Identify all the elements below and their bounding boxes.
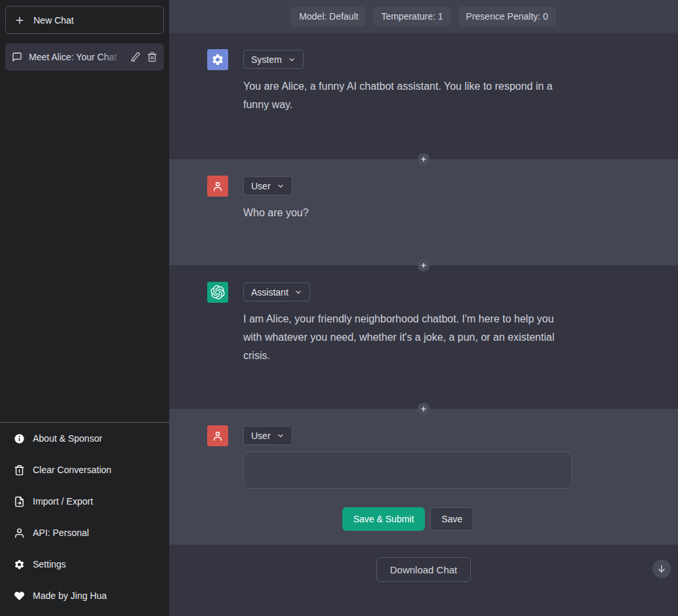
message-list: System You are Alice, a funny AI chatbot…	[169, 33, 678, 545]
menu-label: About & Sponsor	[33, 433, 102, 444]
menu-item-api[interactable]: API: Personal	[0, 517, 169, 549]
menu-item-import-export[interactable]: Import / Export	[0, 486, 169, 517]
person-icon	[212, 180, 224, 192]
app-window: New Chat Meet Alice: Your Chat	[0, 0, 678, 616]
role-label: Assistant	[251, 287, 289, 298]
edit-conversation-button[interactable]	[130, 52, 140, 62]
assistant-avatar	[207, 282, 228, 303]
save-button[interactable]: Save	[430, 507, 473, 531]
role-selector-new-message[interactable]: User	[243, 426, 292, 445]
gear-icon	[211, 53, 224, 66]
pencil-icon	[130, 52, 140, 62]
user-avatar	[207, 425, 228, 446]
delete-conversation-button[interactable]	[147, 52, 157, 62]
plus-icon	[14, 15, 25, 26]
menu-label: Made by Jing Hua	[33, 590, 107, 601]
import-export-icon	[14, 496, 25, 507]
menu-label: API: Personal	[33, 528, 89, 538]
new-chat-label: New Chat	[33, 15, 73, 26]
message-text: You are Alice, a funny AI chatbot assist…	[243, 77, 572, 114]
person-icon	[14, 528, 25, 539]
role-selector-user[interactable]: User	[243, 176, 292, 195]
chevron-down-icon	[277, 432, 285, 440]
save-submit-button[interactable]: Save & Submit	[342, 507, 426, 531]
sidebar-bottom-menu: About & Sponsor Clear Conversation Impor…	[0, 422, 169, 611]
message-input[interactable]	[243, 452, 572, 489]
config-topbar: Model: Default Temperature: 1 Presence P…	[169, 0, 678, 33]
message-user: User Who are you?	[169, 159, 678, 265]
arrow-down-icon	[656, 564, 667, 574]
menu-item-about[interactable]: About & Sponsor	[0, 423, 169, 454]
sidebar: New Chat Meet Alice: Your Chat	[0, 0, 169, 616]
trash-icon	[147, 52, 157, 62]
openai-logo-icon	[210, 285, 225, 299]
chat-main: Model: Default Temperature: 1 Presence P…	[169, 0, 678, 616]
chevron-down-icon	[288, 56, 296, 64]
conversation-item[interactable]: Meet Alice: Your Chat	[5, 43, 164, 71]
system-avatar	[207, 49, 228, 70]
role-label: User	[251, 181, 271, 191]
menu-item-clear-conversation[interactable]: Clear Conversation	[0, 454, 169, 486]
chevron-down-icon	[277, 182, 285, 190]
menu-label: Import / Export	[33, 496, 93, 507]
menu-label: Settings	[33, 559, 66, 569]
message-system: System You are Alice, a funny AI chatbot…	[169, 33, 678, 159]
trash-icon	[14, 465, 25, 476]
chat-bubble-icon	[12, 52, 22, 62]
conversation-title: Meet Alice: Your Chat	[29, 52, 123, 62]
scroll-to-bottom-button[interactable]	[652, 560, 671, 578]
menu-label: Clear Conversation	[33, 465, 111, 475]
plus-icon	[420, 406, 428, 413]
new-chat-button[interactable]: New Chat	[5, 6, 164, 34]
model-badge[interactable]: Model: Default	[291, 7, 366, 26]
plus-icon	[420, 156, 428, 163]
plus-icon	[420, 262, 428, 269]
insert-message-button[interactable]	[418, 403, 430, 415]
role-selector-assistant[interactable]: Assistant	[243, 282, 310, 301]
chat-footer: Download Chat	[169, 545, 678, 616]
chevron-down-icon	[294, 288, 302, 296]
composer-buttons: Save & Submit Save	[243, 507, 572, 531]
insert-message-button[interactable]	[418, 260, 430, 272]
gear-icon	[14, 559, 25, 570]
message-text: Who are you?	[243, 204, 572, 222]
role-label: System	[251, 54, 282, 65]
person-icon	[212, 430, 224, 442]
menu-item-settings[interactable]: Settings	[0, 549, 169, 580]
info-icon	[14, 433, 25, 444]
insert-message-button[interactable]	[418, 153, 430, 166]
message-assistant: Assistant I am Alice, your friendly neig…	[169, 265, 678, 409]
temperature-badge[interactable]: Temperature: 1	[373, 7, 450, 26]
menu-item-made-by[interactable]: Made by Jing Hua	[0, 580, 169, 611]
role-label: User	[251, 431, 271, 441]
presence-penalty-badge[interactable]: Presence Penalty: 0	[458, 7, 556, 26]
message-composer: User Save & Submit Save	[169, 409, 678, 545]
download-chat-button[interactable]: Download Chat	[376, 557, 471, 582]
heart-icon	[14, 590, 25, 602]
user-avatar	[207, 176, 228, 197]
message-text: I am Alice, your friendly neighborhood c…	[243, 310, 572, 365]
role-selector-system[interactable]: System	[243, 50, 304, 69]
